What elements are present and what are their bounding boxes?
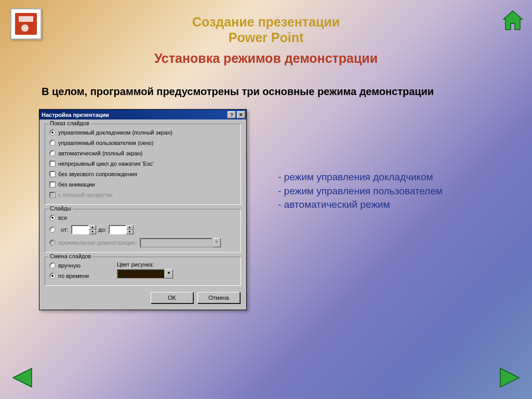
check-no-anim[interactable]: без анимации xyxy=(49,179,236,190)
radio-icon xyxy=(49,150,56,156)
combo-pen-color[interactable]: ▼ xyxy=(117,269,173,278)
svg-marker-1 xyxy=(13,368,32,387)
radio-from-to[interactable] xyxy=(49,227,56,233)
radio-icon xyxy=(49,140,56,146)
setup-presentation-dialog: Настройка презентации ? ✕ Показ слайдов … xyxy=(39,109,247,310)
color-swatch xyxy=(117,269,165,278)
ok-button[interactable]: OK xyxy=(151,292,193,303)
chevron-down-icon: ▼ xyxy=(212,238,221,247)
combo-field xyxy=(140,238,212,247)
group-show-slides: Показ слайдов управляемый докладчиком (п… xyxy=(45,124,241,205)
checkbox-label: с полосой прокрутки xyxy=(58,192,112,198)
spin-to[interactable]: ▲▼ xyxy=(109,225,134,234)
subtitle: Установка режимов демонстрации xyxy=(0,51,532,66)
mode-bullets: - режим управления докладчиком - режим у… xyxy=(278,170,443,212)
check-loop-esc[interactable]: непрерывный цикл до нажатия 'Esc' xyxy=(49,158,236,169)
spin-up-icon[interactable]: ▲ xyxy=(89,225,96,230)
close-button[interactable]: ✕ xyxy=(237,111,245,118)
triangle-right-icon xyxy=(498,367,521,388)
radio-manual[interactable]: вручную xyxy=(49,260,117,271)
group-slides-range: Слайды все от: ▲▼ до: ▲▼ про xyxy=(45,209,241,252)
spin-down-icon[interactable]: ▼ xyxy=(126,230,134,234)
radio-all-slides[interactable]: все xyxy=(49,212,236,223)
check-no-sound[interactable]: без звукового сопровождения xyxy=(49,169,236,179)
legend-slides: Слайды xyxy=(48,205,73,211)
checkbox-icon xyxy=(49,161,56,167)
dialog-button-row: OK Отмена xyxy=(45,290,241,304)
checkbox-icon xyxy=(49,192,56,198)
radio-icon xyxy=(49,273,56,279)
radio-icon xyxy=(49,262,56,269)
legend-change: Смена слайдов xyxy=(48,253,92,259)
dialog-title: Настройка презентации xyxy=(42,112,227,118)
spin-from[interactable]: ▲▼ xyxy=(71,225,96,234)
radio-label: произвольная демонстрация: xyxy=(58,240,137,246)
bullet-2: - режим управления пользователем xyxy=(278,184,443,198)
help-button[interactable]: ? xyxy=(228,111,236,118)
combo-custom-show: ▼ xyxy=(140,238,221,247)
bullet-1: - режим управления докладчиком xyxy=(278,170,443,184)
label-from: от: xyxy=(61,227,68,233)
radio-label: по времени xyxy=(58,273,89,279)
group-slide-change: Смена слайдов вручную по времени Цвет ри… xyxy=(45,257,241,286)
radio-label: вручную xyxy=(58,262,81,269)
svg-marker-2 xyxy=(500,368,519,387)
spin-field[interactable] xyxy=(109,225,126,234)
checkbox-label: без анимации xyxy=(58,181,95,188)
radio-label: автоматический (полный экран) xyxy=(58,150,142,156)
radio-user[interactable]: управляемый пользователем (окно) xyxy=(49,138,236,148)
dialog-titlebar[interactable]: Настройка презентации ? ✕ xyxy=(39,110,246,119)
triangle-left-icon xyxy=(11,367,34,388)
checkbox-label: без звукового сопровождения xyxy=(58,171,137,177)
legend-show: Показ слайдов xyxy=(48,120,91,126)
radio-icon xyxy=(49,129,56,136)
bullet-3: - автоматический режим xyxy=(278,198,443,212)
dialog-body: Показ слайдов управляемый докладчиком (п… xyxy=(39,119,246,310)
radio-label: управляемый пользователем (окно) xyxy=(58,140,153,146)
radio-label: управляемый докладчиком (полный экран) xyxy=(58,129,172,136)
radio-custom-show: произвольная демонстрация: ▼ xyxy=(49,237,236,248)
radio-presenter[interactable]: управляемый докладчиком (полный экран) xyxy=(49,127,236,138)
radio-label: все xyxy=(58,215,67,221)
radio-icon xyxy=(49,240,56,246)
nav-prev-button[interactable] xyxy=(9,366,35,390)
title-line-2: Power Point xyxy=(0,30,532,45)
cancel-button[interactable]: Отмена xyxy=(197,292,240,303)
checkbox-icon xyxy=(49,181,56,188)
intro-text: В целом, программой предусмотрены три ос… xyxy=(42,86,434,98)
checkbox-label: непрерывный цикл до нажатия 'Esc' xyxy=(58,161,154,167)
label-to: до: xyxy=(98,227,107,233)
spin-up-icon[interactable]: ▲ xyxy=(126,225,134,230)
label-pen-color: Цвет рисунка: xyxy=(117,261,173,268)
title-line-1: Создание презентации xyxy=(0,15,532,30)
chevron-down-icon[interactable]: ▼ xyxy=(165,269,173,278)
radio-auto[interactable]: автоматический (полный экран) xyxy=(49,148,236,158)
spin-field[interactable] xyxy=(71,225,89,234)
check-scrollbar: с полосой прокрутки xyxy=(49,190,236,200)
radio-icon xyxy=(49,215,56,221)
nav-next-button[interactable] xyxy=(497,366,523,390)
spin-down-icon[interactable]: ▼ xyxy=(89,230,96,234)
checkbox-icon xyxy=(49,171,56,177)
radio-by-time[interactable]: по времени xyxy=(49,271,117,281)
